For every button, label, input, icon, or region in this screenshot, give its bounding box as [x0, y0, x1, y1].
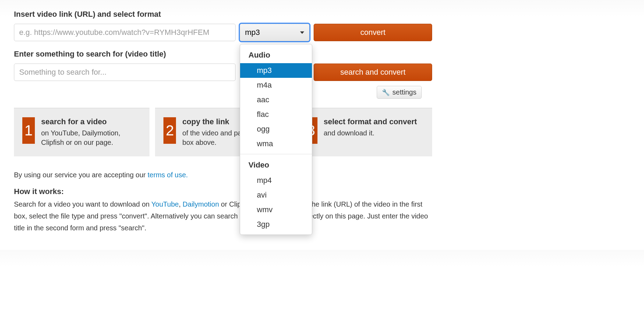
how-p1-sep: , — [179, 200, 183, 208]
format-select[interactable]: mp3 — [240, 24, 309, 41]
format-option-mp3[interactable]: mp3 — [240, 63, 312, 78]
format-dropdown-menu: Audio mp3 m4a aac flac ogg wma Video mp4… — [240, 44, 312, 235]
step-desc-3: and download it. — [324, 128, 417, 138]
url-input-row: mp3 Audio mp3 m4a aac flac ogg wma Video… — [14, 24, 432, 41]
convert-button[interactable]: convert — [314, 24, 432, 41]
terms-paragraph: By using our service you are accepting o… — [14, 169, 432, 181]
format-option-mp4[interactable]: mp4 — [240, 173, 312, 188]
step-title-1: search for a video — [41, 117, 141, 126]
wrench-icon: 🔧 — [382, 89, 390, 96]
how-it-works-heading: How it works: — [14, 187, 432, 196]
format-group-divider — [240, 154, 312, 154]
url-section-label: Insert video link (URL) and select forma… — [14, 10, 432, 19]
terms-of-use-link[interactable]: terms of use. — [148, 171, 188, 179]
step-number-2: 2 — [163, 117, 176, 144]
format-option-flac[interactable]: flac — [240, 107, 312, 122]
how-it-works-paragraph: Search for a video you want to download … — [14, 198, 432, 234]
format-select-wrap: mp3 Audio mp3 m4a aac flac ogg wma Video… — [240, 24, 309, 41]
step-desc-1: on YouTube, Dailymotion, Clipfish or on … — [41, 128, 141, 147]
search-input-row: search and convert — [14, 64, 432, 81]
format-option-ogg[interactable]: ogg — [240, 122, 312, 136]
step-title-3: select format and convert — [324, 117, 417, 126]
settings-button-label: settings — [392, 88, 416, 96]
steps-row: 1 search for a video on YouTube, Dailymo… — [14, 108, 432, 156]
format-option-3gp[interactable]: 3gp — [240, 217, 312, 232]
terms-prefix: By using our service you are accepting o… — [14, 171, 148, 179]
settings-button[interactable]: 🔧 settings — [377, 86, 422, 99]
dailymotion-link[interactable]: Dailymotion — [183, 200, 219, 208]
format-option-m4a[interactable]: m4a — [240, 78, 312, 92]
format-option-avi[interactable]: avi — [240, 188, 312, 202]
step-card-1: 1 search for a video on YouTube, Dailymo… — [14, 108, 150, 156]
settings-row: 🔧 settings — [14, 86, 432, 99]
search-convert-button[interactable]: search and convert — [314, 64, 432, 81]
format-option-aac[interactable]: aac — [240, 92, 312, 107]
format-group-audio-label: Audio — [240, 47, 312, 63]
step-number-1: 1 — [22, 117, 35, 144]
format-option-wmv[interactable]: wmv — [240, 202, 312, 217]
how-p1-a: Search for a video you want to download … — [14, 200, 151, 208]
step-card-3: 3 select format and convert and download… — [297, 108, 432, 156]
format-group-video-label: Video — [240, 157, 312, 173]
chevron-down-icon — [300, 31, 304, 34]
format-option-wma[interactable]: wma — [240, 136, 312, 151]
search-input[interactable] — [14, 64, 236, 81]
video-url-input[interactable] — [14, 24, 236, 41]
youtube-link[interactable]: YouTube — [151, 200, 179, 208]
format-select-value: mp3 — [245, 28, 260, 37]
search-section-label: Enter something to search for (video tit… — [14, 50, 432, 59]
